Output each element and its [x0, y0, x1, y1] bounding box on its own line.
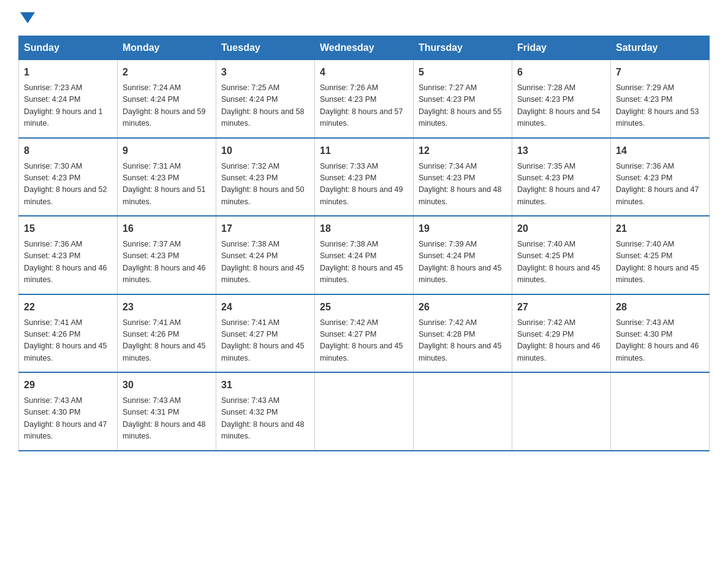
day-number: 20	[517, 221, 605, 236]
day-info: Sunrise: 7:38 AMSunset: 4:24 PMDaylight:…	[320, 239, 408, 286]
day-number: 18	[320, 221, 408, 236]
day-number: 13	[517, 144, 605, 158]
day-number: 14	[616, 144, 704, 158]
logo-arrow-icon	[20, 12, 35, 23]
calendar-cell: 17Sunrise: 7:38 AMSunset: 4:24 PMDayligh…	[216, 216, 315, 294]
calendar-cell: 23Sunrise: 7:41 AMSunset: 4:26 PMDayligh…	[118, 294, 216, 373]
day-info: Sunrise: 7:23 AMSunset: 4:24 PMDaylight:…	[24, 82, 112, 130]
day-number: 15	[24, 221, 112, 236]
logo	[18, 12, 37, 23]
day-info: Sunrise: 7:43 AMSunset: 4:30 PMDaylight:…	[616, 317, 704, 365]
day-number: 25	[320, 300, 408, 315]
calendar-cell: 7Sunrise: 7:29 AMSunset: 4:23 PMDaylight…	[611, 60, 710, 138]
day-info: Sunrise: 7:32 AMSunset: 4:23 PMDaylight:…	[221, 161, 309, 209]
day-info: Sunrise: 7:42 AMSunset: 4:28 PMDaylight:…	[419, 317, 507, 365]
week-row-1: 1Sunrise: 7:23 AMSunset: 4:24 PMDaylight…	[19, 60, 710, 138]
day-number: 1	[24, 65, 112, 80]
calendar-cell: 28Sunrise: 7:43 AMSunset: 4:30 PMDayligh…	[611, 294, 710, 373]
day-header-friday: Friday	[512, 36, 611, 60]
day-number: 16	[123, 221, 211, 236]
day-info: Sunrise: 7:27 AMSunset: 4:23 PMDaylight:…	[419, 82, 507, 130]
calendar-cell: 18Sunrise: 7:38 AMSunset: 4:24 PMDayligh…	[315, 216, 414, 294]
day-number: 12	[419, 144, 507, 158]
calendar-cell	[611, 372, 710, 451]
day-info: Sunrise: 7:41 AMSunset: 4:27 PMDaylight:…	[221, 317, 309, 365]
day-number: 31	[221, 378, 309, 393]
day-number: 2	[123, 65, 211, 80]
week-row-5: 29Sunrise: 7:43 AMSunset: 4:30 PMDayligh…	[19, 372, 710, 451]
calendar-cell: 16Sunrise: 7:37 AMSunset: 4:23 PMDayligh…	[118, 216, 216, 294]
calendar-cell	[315, 372, 414, 451]
day-info: Sunrise: 7:37 AMSunset: 4:23 PMDaylight:…	[123, 239, 211, 286]
day-info: Sunrise: 7:39 AMSunset: 4:24 PMDaylight:…	[419, 239, 507, 286]
calendar-cell: 2Sunrise: 7:24 AMSunset: 4:24 PMDaylight…	[118, 60, 216, 138]
calendar-cell: 21Sunrise: 7:40 AMSunset: 4:25 PMDayligh…	[611, 216, 710, 294]
day-number: 29	[24, 378, 112, 393]
calendar-cell: 5Sunrise: 7:27 AMSunset: 4:23 PMDaylight…	[414, 60, 512, 138]
page-header	[18, 12, 710, 23]
calendar-cell: 27Sunrise: 7:42 AMSunset: 4:29 PMDayligh…	[512, 294, 611, 373]
week-row-4: 22Sunrise: 7:41 AMSunset: 4:26 PMDayligh…	[19, 294, 710, 373]
calendar-cell: 3Sunrise: 7:25 AMSunset: 4:24 PMDaylight…	[216, 60, 315, 138]
week-row-2: 8Sunrise: 7:30 AMSunset: 4:23 PMDaylight…	[19, 138, 710, 216]
day-info: Sunrise: 7:35 AMSunset: 4:23 PMDaylight:…	[517, 161, 605, 209]
day-number: 26	[419, 300, 507, 315]
calendar-cell: 24Sunrise: 7:41 AMSunset: 4:27 PMDayligh…	[216, 294, 315, 373]
day-number: 9	[123, 144, 211, 158]
day-number: 10	[221, 144, 309, 158]
day-number: 5	[419, 65, 507, 80]
day-header-monday: Monday	[118, 36, 216, 60]
week-row-3: 15Sunrise: 7:36 AMSunset: 4:23 PMDayligh…	[19, 216, 710, 294]
day-info: Sunrise: 7:38 AMSunset: 4:24 PMDaylight:…	[221, 239, 309, 286]
calendar-cell: 10Sunrise: 7:32 AMSunset: 4:23 PMDayligh…	[216, 138, 315, 216]
day-number: 17	[221, 221, 309, 236]
day-info: Sunrise: 7:34 AMSunset: 4:23 PMDaylight:…	[419, 161, 507, 209]
calendar-cell: 31Sunrise: 7:43 AMSunset: 4:32 PMDayligh…	[216, 372, 315, 451]
day-number: 7	[616, 65, 704, 80]
day-header-saturday: Saturday	[611, 36, 710, 60]
calendar-cell: 1Sunrise: 7:23 AMSunset: 4:24 PMDaylight…	[19, 60, 118, 138]
day-number: 21	[616, 221, 704, 236]
day-info: Sunrise: 7:24 AMSunset: 4:24 PMDaylight:…	[123, 82, 211, 130]
day-info: Sunrise: 7:40 AMSunset: 4:25 PMDaylight:…	[517, 239, 605, 286]
day-number: 3	[221, 65, 309, 80]
calendar-cell: 14Sunrise: 7:36 AMSunset: 4:23 PMDayligh…	[611, 138, 710, 216]
day-info: Sunrise: 7:28 AMSunset: 4:23 PMDaylight:…	[517, 82, 605, 130]
calendar-table: SundayMondayTuesdayWednesdayThursdayFrid…	[18, 36, 710, 451]
calendar-cell: 20Sunrise: 7:40 AMSunset: 4:25 PMDayligh…	[512, 216, 611, 294]
day-info: Sunrise: 7:43 AMSunset: 4:32 PMDaylight:…	[221, 395, 309, 443]
day-info: Sunrise: 7:41 AMSunset: 4:26 PMDaylight:…	[24, 317, 112, 365]
day-info: Sunrise: 7:33 AMSunset: 4:23 PMDaylight:…	[320, 161, 408, 209]
day-info: Sunrise: 7:43 AMSunset: 4:30 PMDaylight:…	[24, 395, 112, 443]
day-number: 30	[123, 378, 211, 393]
day-info: Sunrise: 7:36 AMSunset: 4:23 PMDaylight:…	[616, 161, 704, 209]
day-header-sunday: Sunday	[19, 36, 118, 60]
calendar-cell: 4Sunrise: 7:26 AMSunset: 4:23 PMDaylight…	[315, 60, 414, 138]
calendar-cell: 19Sunrise: 7:39 AMSunset: 4:24 PMDayligh…	[414, 216, 512, 294]
calendar-cell: 9Sunrise: 7:31 AMSunset: 4:23 PMDaylight…	[118, 138, 216, 216]
day-info: Sunrise: 7:25 AMSunset: 4:24 PMDaylight:…	[221, 82, 309, 130]
calendar-cell	[512, 372, 611, 451]
day-info: Sunrise: 7:41 AMSunset: 4:26 PMDaylight:…	[123, 317, 211, 365]
day-info: Sunrise: 7:30 AMSunset: 4:23 PMDaylight:…	[24, 161, 112, 209]
calendar-cell: 6Sunrise: 7:28 AMSunset: 4:23 PMDaylight…	[512, 60, 611, 138]
day-number: 4	[320, 65, 408, 80]
calendar-cell: 12Sunrise: 7:34 AMSunset: 4:23 PMDayligh…	[414, 138, 512, 216]
day-info: Sunrise: 7:26 AMSunset: 4:23 PMDaylight:…	[320, 82, 408, 130]
day-info: Sunrise: 7:31 AMSunset: 4:23 PMDaylight:…	[123, 161, 211, 209]
day-info: Sunrise: 7:43 AMSunset: 4:31 PMDaylight:…	[123, 395, 211, 443]
day-number: 11	[320, 144, 408, 158]
calendar-cell: 26Sunrise: 7:42 AMSunset: 4:28 PMDayligh…	[414, 294, 512, 373]
calendar-cell: 25Sunrise: 7:42 AMSunset: 4:27 PMDayligh…	[315, 294, 414, 373]
calendar-cell: 22Sunrise: 7:41 AMSunset: 4:26 PMDayligh…	[19, 294, 118, 373]
calendar-cell: 11Sunrise: 7:33 AMSunset: 4:23 PMDayligh…	[315, 138, 414, 216]
day-info: Sunrise: 7:36 AMSunset: 4:23 PMDaylight:…	[24, 239, 112, 286]
day-header-wednesday: Wednesday	[315, 36, 414, 60]
day-number: 27	[517, 300, 605, 315]
day-header-tuesday: Tuesday	[216, 36, 315, 60]
day-header-thursday: Thursday	[414, 36, 512, 60]
day-info: Sunrise: 7:40 AMSunset: 4:25 PMDaylight:…	[616, 239, 704, 286]
day-info: Sunrise: 7:42 AMSunset: 4:27 PMDaylight:…	[320, 317, 408, 365]
day-number: 8	[24, 144, 112, 158]
day-number: 6	[517, 65, 605, 80]
